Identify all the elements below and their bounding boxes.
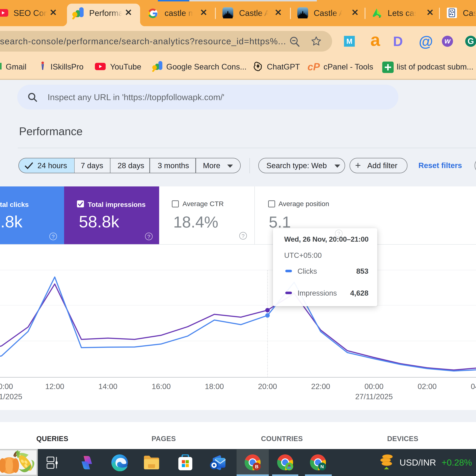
svg-text:B: B <box>255 464 258 469</box>
svg-text:N: N <box>320 464 324 469</box>
